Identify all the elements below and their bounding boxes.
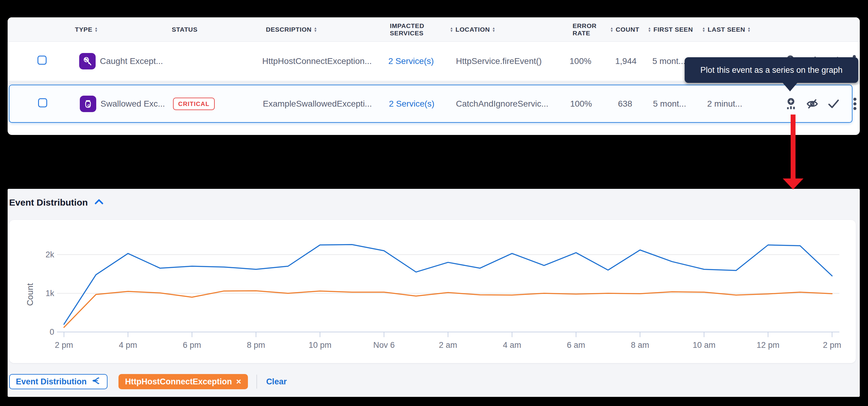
- type-cell: Caught Except...: [79, 53, 163, 69]
- impacted-services-link[interactable]: 2 Service(s): [388, 56, 434, 66]
- column-header-status[interactable]: STATUS: [172, 26, 197, 33]
- caught-exception-icon: [79, 53, 96, 69]
- swallowed-exception-icon: [80, 96, 96, 112]
- column-label: FIRST SEEN: [654, 26, 693, 33]
- error-rate-cell: 100%: [569, 56, 591, 66]
- sort-icon[interactable]: ▲▼: [314, 27, 317, 32]
- column-header-impacted-services[interactable]: IMPACTED SERVICES: [390, 22, 431, 37]
- status-badge: CRITICAL: [173, 97, 215, 110]
- column-header-first-seen[interactable]: ▲▼ FIRST SEEN: [648, 26, 693, 33]
- table-row-selected[interactable]: Swallowed Exc... CRITICAL ExampleSwallow…: [9, 85, 852, 123]
- svg-text:Count: Count: [25, 283, 35, 306]
- series-chip-event-distribution[interactable]: Event Distribution: [9, 374, 107, 389]
- hide-event-icon[interactable]: [806, 97, 818, 111]
- svg-text:8 am: 8 am: [631, 341, 649, 350]
- location-cell: CatchAndIgnoreServic...: [456, 99, 549, 109]
- chart-legend-row: Event Distribution HttpHostConnectExcept…: [9, 374, 287, 389]
- plot-series-icon: [91, 376, 101, 388]
- column-header-error-rate[interactable]: ERROR RATE: [572, 22, 600, 37]
- legend-divider: [256, 375, 257, 388]
- tooltip-text: Plot this event as a series on the graph: [701, 65, 843, 75]
- table-header-row: TYPE ▲▼ STATUS DESCRIPTION ▲▼ IMPACTED S…: [8, 18, 860, 42]
- row-checkbox[interactable]: [38, 98, 47, 110]
- column-label: STATUS: [172, 26, 197, 33]
- column-label: LOCATION: [456, 26, 490, 33]
- svg-text:4 pm: 4 pm: [119, 341, 137, 350]
- first-seen-cell: 5 mont...: [653, 99, 686, 109]
- column-header-type[interactable]: TYPE ▲▼: [75, 26, 98, 33]
- svg-text:4 am: 4 am: [503, 341, 521, 350]
- collapse-chevron-icon[interactable]: [94, 198, 103, 207]
- column-label: DESCRIPTION: [266, 26, 312, 33]
- type-label: Swallowed Exc...: [100, 99, 165, 109]
- screenshot-stage: TYPE ▲▼ STATUS DESCRIPTION ▲▼ IMPACTED S…: [0, 0, 868, 406]
- count-cell: 638: [618, 99, 632, 109]
- chart-card: 01k2k2 pm4 pm6 pm8 pm10 pmNov 62 am4 am6…: [9, 220, 856, 363]
- column-header-count[interactable]: ▲▼ COUNT: [610, 26, 639, 33]
- remove-series-icon[interactable]: ×: [236, 377, 241, 386]
- series-chip-label: Event Distribution: [16, 377, 87, 386]
- sort-icon[interactable]: ▲▼: [610, 27, 614, 32]
- sort-icon[interactable]: ▲▼: [747, 27, 751, 32]
- plot-on-graph-icon[interactable]: [785, 97, 797, 111]
- svg-text:8 pm: 8 pm: [247, 341, 265, 350]
- description-cell[interactable]: HttpHostConnectException...: [262, 56, 372, 66]
- red-annotation-arrow: [783, 115, 803, 189]
- svg-text:0: 0: [50, 327, 54, 337]
- error-rate-cell: 100%: [570, 99, 592, 109]
- series-chip-httphostconnectexception[interactable]: HttpHostConnectException ×: [119, 374, 248, 389]
- description-cell[interactable]: ExampleSwallowedExcepti...: [263, 99, 372, 109]
- location-cell: HttpService.fireEvent(): [456, 56, 542, 66]
- column-label: COUNT: [616, 26, 640, 33]
- svg-text:12 pm: 12 pm: [756, 341, 779, 350]
- column-label: TYPE: [75, 26, 92, 33]
- svg-text:2 pm: 2 pm: [823, 341, 841, 350]
- svg-text:10 am: 10 am: [692, 341, 715, 350]
- event-distribution-chart: 01k2k2 pm4 pm6 pm8 pm10 pmNov 62 am4 am6…: [9, 220, 856, 363]
- more-menu-icon[interactable]: [849, 97, 861, 111]
- column-header-last-seen[interactable]: ▲▼ LAST SEEN ▲▼: [702, 26, 751, 33]
- sort-icon[interactable]: ▲▼: [492, 27, 496, 32]
- row-actions: [785, 97, 861, 111]
- svg-text:1k: 1k: [45, 289, 54, 298]
- svg-text:6 pm: 6 pm: [183, 341, 201, 350]
- panel-title-row: Event Distribution: [9, 197, 103, 208]
- last-seen-cell: 2 minut...: [707, 99, 742, 109]
- svg-text:2 pm: 2 pm: [55, 341, 73, 350]
- resolve-check-icon[interactable]: [828, 97, 840, 111]
- svg-text:Nov 6: Nov 6: [373, 341, 395, 350]
- column-label: ERROR RATE: [572, 22, 600, 37]
- panel-title: Event Distribution: [9, 197, 88, 208]
- type-label: Caught Except...: [100, 56, 163, 66]
- status-cell: CRITICAL: [173, 97, 215, 110]
- sort-icon[interactable]: ▲▼: [648, 27, 651, 32]
- column-header-description[interactable]: DESCRIPTION ▲▼: [266, 26, 317, 33]
- svg-text:2 am: 2 am: [439, 341, 457, 350]
- filter-chip-label: HttpHostConnectException: [125, 377, 232, 386]
- impacted-services-link[interactable]: 2 Service(s): [389, 99, 434, 109]
- sort-icon[interactable]: ▲▼: [94, 27, 98, 32]
- svg-text:10 pm: 10 pm: [309, 341, 331, 350]
- count-cell: 1,944: [615, 56, 637, 66]
- row-checkbox[interactable]: [37, 56, 46, 67]
- column-header-location[interactable]: ▲▼ LOCATION ▲▼: [450, 26, 496, 33]
- first-seen-cell: 5 mont...: [652, 56, 686, 66]
- svg-text:2k: 2k: [45, 250, 54, 259]
- sort-icon[interactable]: ▲▼: [702, 27, 706, 32]
- sort-icon[interactable]: ▲▼: [450, 27, 454, 32]
- type-cell: Swallowed Exc...: [80, 96, 165, 112]
- tooltip: Plot this event as a series on the graph: [685, 57, 858, 83]
- event-distribution-panel: Event Distribution 01k2k2 pm4 pm6 pm8 pm…: [8, 189, 860, 397]
- svg-text:6 am: 6 am: [567, 341, 585, 350]
- column-label: LAST SEEN: [708, 26, 745, 33]
- column-label: IMPACTED SERVICES: [390, 22, 431, 37]
- clear-series-button[interactable]: Clear: [266, 377, 287, 386]
